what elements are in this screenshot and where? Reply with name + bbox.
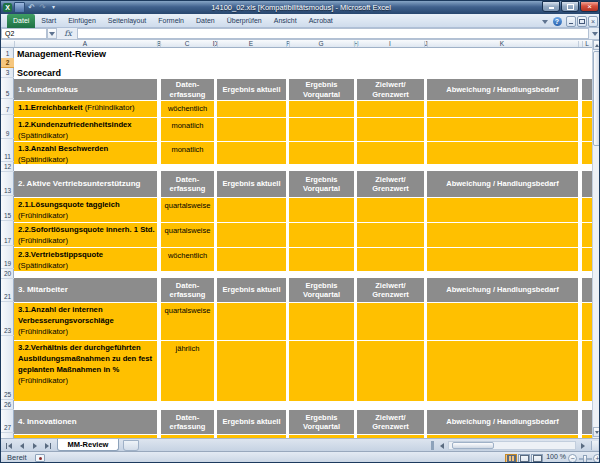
empty-cell[interactable] xyxy=(289,341,354,401)
macro-record-icon[interactable] xyxy=(35,454,45,462)
datenerfassung-cell[interactable]: monatlich xyxy=(161,142,214,164)
scroll-down-button[interactable] xyxy=(593,427,600,437)
row-label-cell[interactable]: 2.3.Vertriebstippsquote (Spätindikator) xyxy=(14,248,157,271)
sliver-cell[interactable] xyxy=(582,341,592,401)
empty-cell[interactable] xyxy=(289,248,354,271)
empty-cell[interactable] xyxy=(289,303,354,340)
datenerfassung-cell[interactable]: wöchentlich xyxy=(161,101,214,117)
row-label-cell[interactable]: 1.2.Kundenzufriedenheitsindex (Spätindik… xyxy=(14,118,157,141)
section-header[interactable]: 3. Mitarbeiter xyxy=(14,278,157,302)
row-label-cell[interactable]: 2.2.Sofortlösungsquote innerh. 1 Std. (F… xyxy=(14,223,157,247)
empty-cell[interactable] xyxy=(217,101,286,117)
empty-cell[interactable] xyxy=(357,118,424,141)
sliver-cell[interactable] xyxy=(582,118,592,141)
section-header[interactable]: 4. Innovationen xyxy=(14,410,157,434)
zoom-out-button[interactable]: − xyxy=(568,454,577,463)
section-header[interactable]: 1. Kundenfokus xyxy=(14,79,157,100)
tab-scrollbar-splitter[interactable] xyxy=(431,441,434,450)
empty-cell[interactable] xyxy=(289,142,354,164)
empty-cell[interactable] xyxy=(289,101,354,117)
row-label-cell[interactable]: 3.1.Anzahl der internen Verbesserungsvor… xyxy=(14,303,157,340)
insert-worksheet-tab[interactable] xyxy=(123,440,139,451)
last-sheet-button[interactable] xyxy=(42,441,53,450)
datenerfassung-cell[interactable]: jährlich xyxy=(161,341,214,401)
column-header-cell[interactable]: Ergebnis Vorquartal xyxy=(289,79,354,100)
empty-cell[interactable] xyxy=(357,248,424,271)
empty-cell[interactable] xyxy=(427,142,578,164)
vertical-scrollbar[interactable] xyxy=(592,40,600,438)
next-sheet-button[interactable] xyxy=(29,441,40,450)
sliver-header-cell[interactable] xyxy=(582,410,592,434)
column-header-cell[interactable]: Ergebnis Vorquartal xyxy=(289,278,354,302)
horizontal-scrollbar[interactable] xyxy=(448,441,576,450)
zoom-level-label[interactable]: 100 % xyxy=(544,453,566,460)
empty-cell[interactable] xyxy=(217,142,286,164)
empty-cell[interactable] xyxy=(427,118,578,141)
cell-title[interactable]: Management-Review xyxy=(17,49,106,59)
view-page-layout-button[interactable] xyxy=(518,454,530,463)
resize-grip[interactable] xyxy=(591,441,598,450)
row-label-cell[interactable]: 1.1.Erreichbarkeit (Frühindikator) xyxy=(14,101,157,117)
sheet-tab-mm-review[interactable]: MM-Review xyxy=(57,439,119,451)
column-header-cell[interactable]: Zielwert/ Grenzwert xyxy=(357,410,424,434)
sliver-cell[interactable] xyxy=(582,303,592,340)
view-normal-button[interactable] xyxy=(505,454,517,463)
column-header-cell[interactable]: Daten- erfassung xyxy=(161,278,214,302)
sliver-cell[interactable] xyxy=(582,248,592,271)
sliver-cell[interactable] xyxy=(582,101,592,117)
column-header-cell[interactable]: Abweichung / Handlungsbedarf xyxy=(427,171,578,197)
section-header[interactable]: 2. Aktive Vertriebsunterstützung xyxy=(14,171,157,197)
empty-cell[interactable] xyxy=(217,248,286,271)
column-header-cell[interactable]: Abweichung / Handlungsbedarf xyxy=(427,278,578,302)
column-header-cell[interactable]: Ergebnis Vorquartal xyxy=(289,410,354,434)
column-header-cell[interactable]: Zielwert/ Grenzwert xyxy=(357,171,424,197)
empty-cell[interactable] xyxy=(357,101,424,117)
row-label-cell[interactable]: 2.1.Lösungsquote taggleich (Frühindikato… xyxy=(14,198,157,222)
datenerfassung-cell[interactable]: quartalsweise xyxy=(161,223,214,247)
view-page-break-button[interactable] xyxy=(531,454,543,463)
cell-subtitle[interactable]: Scorecard xyxy=(17,68,61,78)
column-header-cell[interactable]: Ergebnis aktuell xyxy=(217,410,286,434)
column-header-cell[interactable]: Ergebnis aktuell xyxy=(217,79,286,100)
column-header-cell[interactable]: Abweichung / Handlungsbedarf xyxy=(427,410,578,434)
empty-cell[interactable] xyxy=(357,142,424,164)
sliver-header-cell[interactable] xyxy=(582,278,592,302)
sliver-cell[interactable] xyxy=(582,142,592,164)
empty-cell[interactable] xyxy=(357,223,424,247)
row-label-cell[interactable]: 3.2.Verhältnis der durchgeführten Ausbil… xyxy=(14,341,157,401)
empty-cell[interactable] xyxy=(427,101,578,117)
datenerfassung-cell[interactable]: quartalsweise xyxy=(161,198,214,222)
column-header-cell[interactable]: Ergebnis aktuell xyxy=(217,171,286,197)
empty-cell[interactable] xyxy=(217,223,286,247)
empty-cell[interactable] xyxy=(217,198,286,222)
empty-cell[interactable] xyxy=(217,341,286,401)
first-sheet-button[interactable] xyxy=(3,441,14,450)
column-header-cell[interactable]: Daten- erfassung xyxy=(161,171,214,197)
empty-cell[interactable] xyxy=(427,303,578,340)
scroll-up-button[interactable] xyxy=(593,40,600,50)
empty-cell[interactable] xyxy=(427,198,578,222)
column-header-cell[interactable]: Abweichung / Handlungsbedarf xyxy=(427,79,578,100)
empty-cell[interactable] xyxy=(357,341,424,401)
empty-cell[interactable] xyxy=(289,223,354,247)
sliver-header-cell[interactable] xyxy=(582,79,592,100)
empty-cell[interactable] xyxy=(357,198,424,222)
hscroll-left-button[interactable] xyxy=(437,441,447,450)
column-header-cell[interactable]: Zielwert/ Grenzwert xyxy=(357,278,424,302)
column-header-cell[interactable]: Daten- erfassung xyxy=(161,410,214,434)
empty-cell[interactable] xyxy=(427,341,578,401)
column-header-cell[interactable]: Ergebnis aktuell xyxy=(217,278,286,302)
row-label-cell[interactable]: 1.3.Anzahl Beschwerden (Spätindikator) xyxy=(14,142,157,164)
horizontal-scrollbar-thumb[interactable] xyxy=(452,442,494,449)
empty-cell[interactable] xyxy=(217,303,286,340)
empty-cell[interactable] xyxy=(357,303,424,340)
column-header-cell[interactable]: Zielwert/ Grenzwert xyxy=(357,79,424,100)
datenerfassung-cell[interactable]: monatlich xyxy=(161,118,214,141)
sliver-cell[interactable] xyxy=(582,223,592,247)
hscroll-right-button[interactable] xyxy=(578,441,588,450)
zoom-slider-thumb[interactable] xyxy=(583,455,587,463)
column-header-cell[interactable]: Daten- erfassung xyxy=(161,79,214,100)
prev-sheet-button[interactable] xyxy=(16,441,27,450)
empty-cell[interactable] xyxy=(289,118,354,141)
empty-cell[interactable] xyxy=(217,118,286,141)
